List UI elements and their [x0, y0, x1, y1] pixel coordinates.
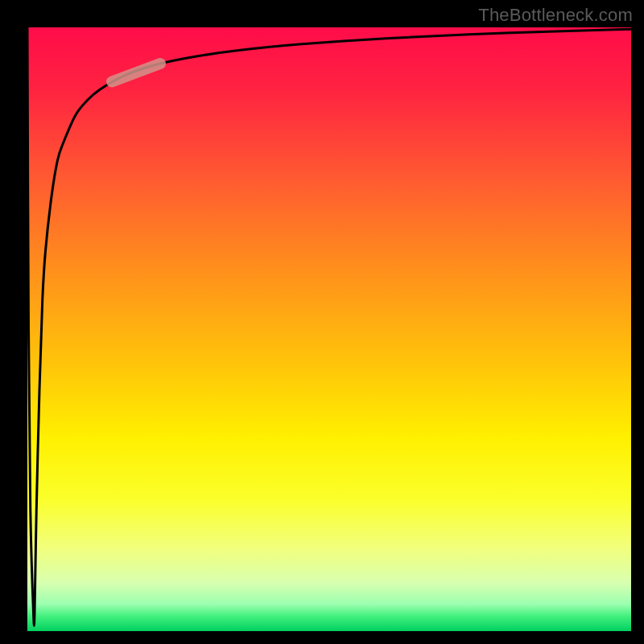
watermark-text: TheBottleneck.com: [478, 5, 633, 26]
plot-area: [27, 27, 631, 631]
curve-layer: [27, 27, 631, 631]
bottleneck-curve: [27, 27, 631, 625]
chart-frame: TheBottleneck.com: [0, 0, 644, 644]
highlight-segment: [112, 64, 160, 82]
